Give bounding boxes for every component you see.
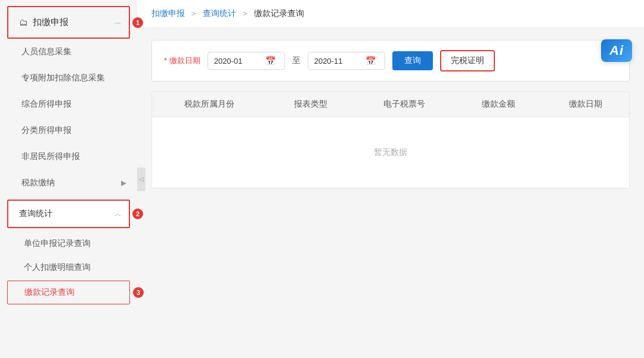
sidebar-item-payment-query[interactable]: 缴款记录查询 3 [7,281,130,304]
sidebar-item-classified[interactable]: 分类所得申报 [0,117,137,144]
menu-icon: 🗂 [19,17,28,27]
ai-badge: Ai [601,39,632,62]
sidebar-item-nonresident[interactable]: 非居民所得申报 [0,144,137,170]
main-menu-label: 扣缴申报 [33,17,69,28]
sidebar-item-taxpay[interactable]: 税款缴纳 ▶ [0,170,137,196]
table-header-row: 税款所属月份 报表类型 电子税票号 缴款金额 缴款日期 [152,92,629,117]
main-badge: 1 [132,17,143,28]
sidebar-collapse-button[interactable]: ◁ [137,167,145,191]
sidebar-item-comprehensive[interactable]: 综合所得申报 [0,91,137,117]
col-month: 税款所属月份 [152,92,267,117]
date-from-wrap[interactable]: 📅 [208,52,285,70]
breadcrumb-query[interactable]: 查询统计 [203,8,236,19]
cert-button[interactable]: 完税证明 [440,50,495,71]
breadcrumb-main[interactable]: 扣缴申报 [151,8,185,19]
sidebar-item-special[interactable]: 专项附加扣除信息采集 [0,65,137,91]
active-item-badge: 3 [133,287,144,298]
section-query-label: 查询统计 [19,208,52,219]
table-empty-row: 暂无数据 [152,117,629,188]
taxpay-arrow-icon: ▶ [121,179,126,187]
sidebar-item-personnel[interactable]: 人员信息采集 [0,39,137,65]
chevron-up-icon-section: ︿ [114,209,122,219]
filter-row: * 缴款日期 📅 至 📅 查询 完税证明 [151,40,630,82]
date-to-wrap[interactable]: 📅 [308,52,385,70]
main-content: 扣缴申报 ＞ 查询统计 ＞ 缴款记录查询 * 缴款日期 📅 至 📅 查询 完税证… [137,0,644,358]
breadcrumb-sep-1: ＞ [190,8,198,19]
date-filter-label: * 缴款日期 [164,55,200,66]
query-button[interactable]: 查询 [392,51,433,70]
col-amount: 缴款金额 [455,92,542,117]
date-range-separator: 至 [292,55,301,66]
empty-message: 暂无数据 [152,117,629,188]
calendar-to-icon[interactable]: 📅 [366,56,376,66]
breadcrumb-current: 缴款记录查询 [254,8,304,19]
sidebar-main-menu[interactable]: 🗂 扣缴申报 ︿ 1 [7,6,130,39]
sidebar-item-personal-detail[interactable]: 个人扣缴明细查询 [0,256,137,279]
section-badge: 2 [132,208,143,219]
col-date: 缴款日期 [542,92,629,117]
data-table: 税款所属月份 报表类型 电子税票号 缴款金额 缴款日期 暂无数据 [151,91,630,189]
col-type: 报表类型 [267,92,354,117]
breadcrumb: 扣缴申报 ＞ 查询统计 ＞ 缴款记录查询 [137,0,644,28]
chevron-up-icon: ︿ [114,17,122,27]
calendar-from-icon[interactable]: 📅 [265,56,275,66]
date-to-input[interactable] [314,57,362,66]
sidebar: 🗂 扣缴申报 ︿ 1 人员信息采集 专项附加扣除信息采集 综合所得申报 分类所得… [0,0,137,358]
content-area: * 缴款日期 📅 至 📅 查询 完税证明 税款所属月份 报表类型 [137,28,644,358]
col-ticket: 电子税票号 [354,92,455,117]
breadcrumb-sep-2: ＞ [241,8,249,19]
date-from-input[interactable] [214,57,262,66]
sidebar-item-unit-query[interactable]: 单位申报记录查询 [0,232,137,256]
sidebar-section-query[interactable]: 查询统计 ︿ 2 [7,200,130,228]
